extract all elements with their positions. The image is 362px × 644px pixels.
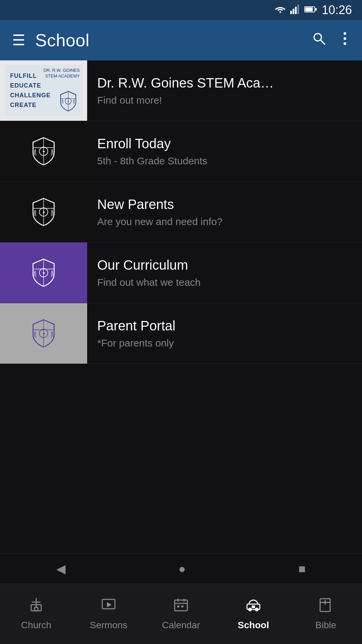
list-item-subtitle: 5th - 8th Grade Students (97, 155, 207, 167)
list-item-subtitle: Are you new and need info? (97, 216, 223, 227)
list-item[interactable]: DR. R.W. GOINESSTEM ACADEMY FULFILLEDUCA… (0, 60, 362, 121)
nav-item-church[interactable]: Church (9, 593, 63, 635)
list-thumb-stem: DR. R.W. GOINESSTEM ACADEMY FULFILLEDUCA… (0, 60, 87, 121)
svg-rect-44 (181, 605, 183, 607)
svg-point-0 (279, 11, 281, 13)
svg-rect-2 (293, 9, 294, 14)
search-icon[interactable] (308, 31, 330, 49)
svg-rect-48 (252, 605, 255, 608)
svg-text:✦: ✦ (42, 332, 45, 336)
nav-item-school[interactable]: School (227, 593, 280, 635)
svg-line-9 (321, 40, 325, 45)
list-thumb-portal: ✦ (0, 303, 87, 364)
crest-icon: ✦ (28, 136, 59, 166)
list-item-title: Enroll Today (97, 136, 207, 151)
wifi-icon (275, 5, 286, 15)
list-text: Parent Portal *For parents only (87, 312, 185, 356)
svg-point-8 (314, 34, 321, 41)
list-item-title: Dr. R.W. Goines STEM Aca… (97, 75, 274, 91)
nav-label-calendar: Calendar (162, 620, 200, 631)
svg-rect-4 (297, 5, 299, 14)
list-text: Our Curriculum Find out what we teach (87, 251, 211, 295)
svg-rect-6 (305, 7, 313, 11)
nav-item-calendar[interactable]: Calendar (154, 593, 208, 635)
list-item[interactable]: ✦ Enroll Today 5th - 8th Grade Students (0, 121, 362, 182)
svg-rect-39 (175, 600, 187, 611)
back-button[interactable]: ◀ (56, 562, 66, 576)
menu-icon[interactable]: ☰ (12, 33, 25, 48)
bottom-nav: Church Sermons Calendar (0, 584, 362, 644)
crest-icon: ✦ (28, 318, 59, 348)
svg-text:✦: ✦ (42, 150, 45, 154)
bible-icon (318, 597, 334, 616)
svg-rect-3 (295, 7, 297, 14)
list-item-title: New Parents (97, 197, 223, 212)
list-item-subtitle: *For parents only (97, 337, 175, 349)
page-title: School (35, 30, 298, 50)
list-item[interactable]: ✦ New Parents Are you new and need info? (0, 182, 362, 243)
list: DR. R.W. GOINESSTEM ACADEMY FULFILLEDUCA… (0, 60, 362, 364)
list-thumb-curriculum: ✦ (0, 243, 87, 303)
signal-icon (290, 5, 300, 15)
recents-button[interactable]: ■ (298, 562, 306, 576)
crest-icon: ✦ (28, 197, 59, 227)
toolbar: ☰ School (0, 20, 362, 60)
battery-icon (304, 6, 317, 14)
list-thumb-enroll: ✦ (0, 121, 87, 181)
svg-point-47 (255, 608, 258, 611)
home-button[interactable]: ● (178, 562, 186, 576)
svg-text:✦: ✦ (67, 100, 69, 103)
status-bar: 10:26 (0, 0, 362, 20)
crest-icon: ✦ (28, 258, 59, 288)
list-item-subtitle: Find out what we teach (97, 277, 201, 288)
svg-point-10 (344, 32, 346, 35)
svg-rect-7 (315, 8, 317, 11)
nav-label-school: School (238, 620, 269, 631)
status-icons: 10:26 (275, 3, 352, 17)
svg-rect-36 (35, 607, 38, 611)
svg-point-11 (344, 37, 346, 40)
system-nav-bar: ◀ ● ■ (0, 553, 362, 584)
calendar-icon (173, 597, 189, 616)
list-item-title: Parent Portal (97, 318, 175, 333)
list-item-subtitle: Find out more! (97, 95, 274, 106)
list-text: New Parents Are you new and need info? (87, 190, 233, 234)
svg-rect-43 (177, 605, 179, 607)
list-thumb-parents: ✦ (0, 182, 87, 242)
sermons-icon (101, 597, 116, 616)
list-item[interactable]: ✦ Our Curriculum Find out what we teach (0, 243, 362, 303)
nav-item-sermons[interactable]: Sermons (82, 593, 135, 635)
list-item-title: Our Curriculum (97, 258, 201, 273)
svg-point-46 (249, 608, 251, 611)
svg-point-12 (344, 42, 346, 45)
content-area: DR. R.W. GOINESSTEM ACADEMY FULFILLEDUCA… (0, 60, 362, 454)
more-options-icon[interactable] (340, 31, 350, 49)
svg-rect-1 (290, 11, 292, 14)
svg-marker-38 (107, 602, 112, 607)
list-text: Enroll Today 5th - 8th Grade Students (87, 129, 218, 173)
nav-item-bible[interactable]: Bible (299, 593, 353, 635)
school-icon (246, 597, 261, 616)
nav-label-sermons: Sermons (90, 620, 127, 631)
list-text: Dr. R.W. Goines STEM Aca… Find out more! (87, 69, 284, 113)
svg-text:✦: ✦ (42, 210, 45, 214)
time-display: 10:26 (322, 3, 352, 17)
nav-label-bible: Bible (315, 620, 336, 631)
list-item[interactable]: ✦ Parent Portal *For parents only (0, 303, 362, 364)
church-icon (28, 597, 44, 616)
crest-icon: ✦ (57, 90, 79, 113)
svg-text:✦: ✦ (42, 271, 45, 275)
nav-label-church: Church (21, 620, 51, 631)
